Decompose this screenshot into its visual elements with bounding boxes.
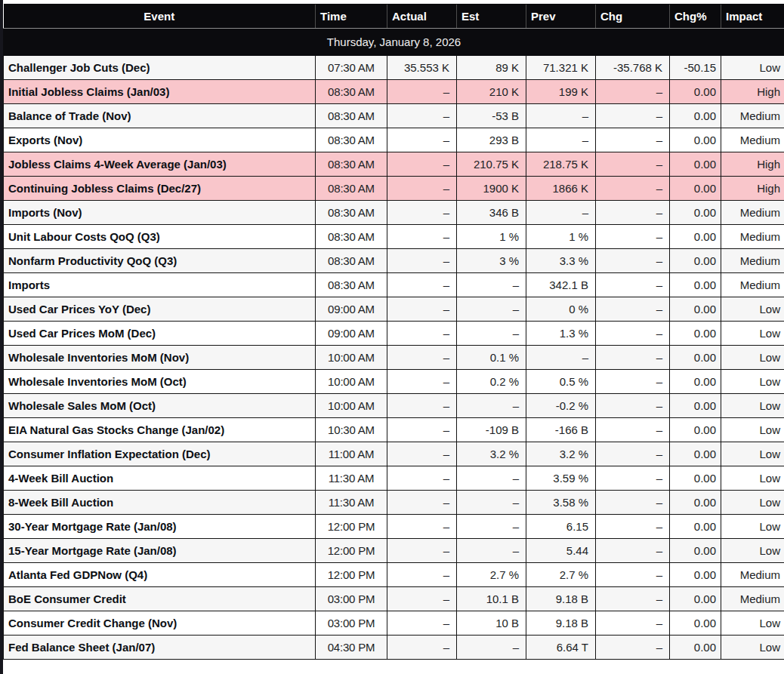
event-row[interactable]: Imports (Nov) 08:30 AM – 346 B – – 0.00 …	[4, 201, 784, 225]
event-row[interactable]: Consumer Credit Change (Nov) 03:00 PM – …	[4, 611, 784, 636]
event-row[interactable]: Wholesale Sales MoM (Oct) 10:00 AM – – -…	[4, 394, 784, 418]
chg-cell: –	[596, 611, 670, 636]
chg-cell: –	[596, 563, 670, 587]
event-row[interactable]: 4-Week Bill Auction 11:30 AM – – 3.59 % …	[4, 466, 784, 491]
est-cell: 10 B	[457, 611, 526, 636]
actual-cell: –	[387, 515, 457, 539]
event-name-cell: 8-Week Bill Auction	[4, 491, 316, 515]
est-cell: –	[457, 273, 526, 297]
est-cell: 1 %	[457, 225, 526, 249]
impact-cell: Medium	[721, 273, 784, 297]
impact-cell: Low	[721, 418, 784, 442]
time-cell: 10:00 AM	[316, 394, 387, 418]
actual-cell: –	[387, 442, 457, 466]
event-name-cell: Initial Jobless Claims (Jan/03)	[4, 80, 316, 104]
chg-pct-cell: 0.00	[670, 80, 721, 104]
time-cell: 10:00 AM	[316, 370, 387, 394]
chg-pct-cell: 0.00	[670, 201, 721, 225]
impact-cell: Low	[721, 322, 784, 346]
event-name-cell: EIA Natural Gas Stocks Change (Jan/02)	[4, 418, 316, 442]
event-row[interactable]: Challenger Job Cuts (Dec) 07:30 AM 35.55…	[4, 56, 784, 80]
prev-cell: 2.7 %	[526, 563, 596, 587]
chg-pct-cell: 0.00	[670, 322, 721, 346]
chg-cell: –	[596, 322, 670, 346]
impact-cell: High	[721, 80, 784, 104]
event-row[interactable]: Exports (Nov) 08:30 AM – 293 B – – 0.00 …	[4, 128, 784, 152]
event-name-cell: Challenger Job Cuts (Dec)	[4, 56, 316, 80]
chg-cell: –	[596, 128, 670, 152]
calendar-body: Challenger Job Cuts (Dec) 07:30 AM 35.55…	[4, 56, 784, 660]
event-row[interactable]: Balance of Trade (Nov) 08:30 AM – -53 B …	[4, 104, 784, 128]
event-row[interactable]: BoE Consumer Credit 03:00 PM – 10.1 B 9.…	[4, 587, 784, 611]
chg-pct-cell: -50.15	[670, 56, 721, 80]
chg-cell: –	[596, 442, 670, 466]
chg-cell: –	[596, 539, 670, 563]
event-name-cell: Consumer Credit Change (Nov)	[4, 611, 316, 636]
time-cell: 08:30 AM	[316, 177, 387, 201]
chg-pct-cell: 0.00	[670, 515, 721, 539]
actual-cell: –	[387, 587, 457, 611]
prev-cell: 199 K	[526, 80, 596, 104]
impact-cell: Low	[721, 466, 784, 491]
chg-pct-cell: 0.00	[670, 418, 721, 442]
chg-pct-cell: 0.00	[670, 297, 721, 322]
chg-pct-cell: 0.00	[670, 563, 721, 587]
event-row[interactable]: Wholesale Inventories MoM (Oct) 10:00 AM…	[4, 370, 784, 394]
time-cell: 12:00 PM	[316, 563, 387, 587]
chg-cell: -35.768 K	[596, 56, 670, 80]
event-row[interactable]: EIA Natural Gas Stocks Change (Jan/02) 1…	[4, 418, 784, 442]
est-cell: 210 K	[457, 80, 526, 104]
impact-cell: High	[721, 177, 784, 201]
event-row[interactable]: Unit Labour Costs QoQ (Q3) 08:30 AM – 1 …	[4, 225, 784, 249]
impact-cell: Low	[721, 515, 784, 539]
event-row[interactable]: Consumer Inflation Expectation (Dec) 11:…	[4, 442, 784, 466]
prev-cell: –	[526, 104, 596, 128]
event-row[interactable]: Nonfarm Productivity QoQ (Q3) 08:30 AM –…	[4, 249, 784, 273]
actual-cell: –	[387, 563, 457, 587]
prev-cell: -0.2 %	[526, 394, 596, 418]
event-row[interactable]: Atlanta Fed GDPNow (Q4) 12:00 PM – 2.7 %…	[4, 563, 784, 587]
event-row[interactable]: 15-Year Mortgage Rate (Jan/08) 12:00 PM …	[4, 539, 784, 563]
actual-cell: –	[387, 249, 457, 273]
event-row[interactable]: 30-Year Mortgage Rate (Jan/08) 12:00 PM …	[4, 515, 784, 539]
chg-pct-cell: 0.00	[670, 394, 721, 418]
event-row[interactable]: Used Car Prices MoM (Dec) 09:00 AM – – 1…	[4, 322, 784, 346]
event-row[interactable]: 8-Week Bill Auction 11:30 AM – – 3.58 % …	[4, 491, 784, 515]
economic-calendar-table: Event Time Actual Est Prev Chg Chg% Impa…	[3, 4, 784, 660]
actual-cell: –	[387, 104, 457, 128]
time-cell: 08:30 AM	[316, 249, 387, 273]
actual-cell: –	[387, 297, 457, 322]
prev-cell: 1 %	[526, 225, 596, 249]
column-header-actual: Actual	[387, 5, 457, 29]
impact-cell: Medium	[721, 249, 784, 273]
chg-pct-cell: 0.00	[670, 104, 721, 128]
impact-cell: Low	[721, 539, 784, 563]
actual-cell: –	[387, 539, 457, 563]
prev-cell: 9.18 B	[526, 611, 596, 636]
event-row[interactable]: Initial Jobless Claims (Jan/03) 08:30 AM…	[4, 80, 784, 104]
event-row[interactable]: Jobless Claims 4-Week Average (Jan/03) 0…	[4, 152, 784, 177]
time-cell: 11:00 AM	[316, 442, 387, 466]
prev-cell: 3.2 %	[526, 442, 596, 466]
actual-cell: –	[387, 225, 457, 249]
event-row[interactable]: Continuing Jobless Claims (Dec/27) 08:30…	[4, 177, 784, 201]
event-row[interactable]: Imports 08:30 AM – – 342.1 B – 0.00 Medi…	[4, 273, 784, 297]
chg-pct-cell: 0.00	[670, 466, 721, 491]
est-cell: 210.75 K	[457, 152, 526, 177]
prev-cell: –	[526, 201, 596, 225]
est-cell: –	[457, 515, 526, 539]
est-cell: -109 B	[457, 418, 526, 442]
time-cell: 11:30 AM	[316, 491, 387, 515]
est-cell: 3 %	[457, 249, 526, 273]
actual-cell: –	[387, 322, 457, 346]
event-row[interactable]: Wholesale Inventories MoM (Nov) 10:00 AM…	[4, 346, 784, 370]
event-row[interactable]: Fed Balance Sheet (Jan/07) 04:30 PM – – …	[4, 636, 784, 660]
impact-cell: Medium	[721, 104, 784, 128]
column-header-chg: Chg	[596, 5, 670, 29]
actual-cell: –	[387, 201, 457, 225]
event-row[interactable]: Used Car Prices YoY (Dec) 09:00 AM – – 0…	[4, 297, 784, 322]
column-header-prev: Prev	[526, 5, 596, 29]
event-name-cell: Continuing Jobless Claims (Dec/27)	[4, 177, 316, 201]
event-name-cell: BoE Consumer Credit	[4, 587, 316, 611]
chg-cell: –	[596, 177, 670, 201]
